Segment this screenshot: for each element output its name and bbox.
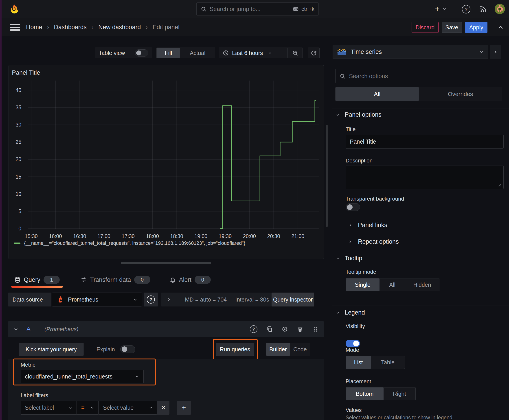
tab-alert[interactable]: Alert 0	[168, 276, 212, 284]
tooltip-title: Tooltip	[345, 255, 362, 262]
select-value-dropdown[interactable]: Select value	[99, 401, 157, 415]
search-placeholder: Search or jump to...	[210, 6, 292, 13]
vertical-scrollbar[interactable]	[326, 125, 328, 227]
tooltip-mode-all[interactable]: All	[380, 278, 405, 291]
add-filter-button[interactable]: +	[177, 401, 191, 415]
save-button[interactable]: Save	[442, 22, 462, 33]
tab-query[interactable]: Query 1	[11, 272, 63, 288]
svg-text:10: 10	[15, 191, 21, 197]
run-queries-button[interactable]: Run queries	[216, 343, 254, 356]
help-button[interactable]: ?	[462, 5, 471, 14]
drag-handle[interactable]	[313, 326, 319, 332]
discard-button[interactable]: Discard	[412, 22, 439, 33]
explain-toggle[interactable]	[120, 345, 135, 353]
description-textarea[interactable]	[346, 165, 504, 189]
global-search[interactable]: Search or jump to... ctrl+k	[196, 2, 319, 15]
tooltip-header[interactable]: Tooltip	[336, 255, 362, 262]
chevron-down-icon	[135, 374, 139, 379]
svg-text:18:30: 18:30	[170, 233, 183, 239]
chevron-right-icon[interactable]	[167, 297, 171, 302]
active-tab-indicator	[11, 286, 63, 288]
legend-visibility-toggle[interactable]	[346, 340, 360, 347]
panel-title-input[interactable]: Panel Title	[346, 135, 504, 149]
menu-toggle-button[interactable]	[10, 24, 20, 31]
options-pane-divider	[332, 36, 332, 420]
resize-drag-handle[interactable]	[121, 262, 211, 264]
legend-header[interactable]: Legend	[336, 309, 365, 316]
panel-links-header[interactable]: Panel links	[348, 222, 387, 229]
operator-dropdown[interactable]: =	[77, 401, 99, 415]
tab-overrides[interactable]: Overrides	[419, 87, 502, 101]
tooltip-mode-single[interactable]: Single	[346, 278, 380, 291]
query-help-button[interactable]: ?	[250, 325, 258, 333]
fill-option[interactable]: Fill	[157, 48, 180, 58]
query-inspector-button[interactable]: Query inspector	[272, 292, 314, 307]
table-view-control: Table view	[95, 48, 152, 58]
user-avatar[interactable]	[495, 4, 505, 14]
breadcrumb-dashboards[interactable]: Dashboards	[54, 24, 87, 31]
chevron-down-icon	[149, 406, 153, 410]
search-shortcut: ctrl+k	[301, 6, 314, 12]
legend-placement-right[interactable]: Right	[384, 388, 415, 400]
svg-text:20:30: 20:30	[267, 233, 280, 239]
clock-icon	[223, 50, 229, 56]
legend-mode-list[interactable]: List	[346, 356, 371, 369]
metric-label: Metric	[21, 362, 35, 368]
collapse-pane-button[interactable]	[490, 45, 501, 59]
chevron-down-icon	[336, 311, 340, 315]
builder-option[interactable]: Builder	[266, 343, 290, 356]
new-menu-button[interactable]: +	[435, 5, 447, 14]
legend-mode-label: Mode	[346, 347, 359, 353]
select-label-dropdown[interactable]: Select label	[21, 401, 77, 415]
database-icon	[14, 277, 21, 283]
zoom-out-icon	[292, 50, 298, 56]
metric-select[interactable]: cloudflared_tunnel_total_requests	[21, 370, 144, 383]
grafana-logo-icon[interactable]	[9, 3, 19, 15]
legend-mode-table[interactable]: Table	[371, 356, 405, 369]
options-search-input[interactable]: Search options	[335, 69, 502, 83]
chevron-down-icon[interactable]	[14, 327, 18, 332]
delete-query-button[interactable]	[297, 326, 303, 332]
select-value-placeholder: Select value	[103, 405, 134, 411]
chevron-down-icon	[268, 51, 272, 55]
chart-legend[interactable]: {__name__="cloudflared_tunnel_total_requ…	[14, 240, 245, 246]
actual-option[interactable]: Actual	[180, 48, 215, 58]
editor-tabs: Query 1 Transform data 0 Alert 0	[11, 272, 212, 288]
svg-text:21:00: 21:00	[291, 233, 304, 239]
svg-text:30: 30	[15, 122, 21, 128]
panel-options-header[interactable]: Panel options	[336, 111, 381, 118]
breadcrumb-new-dashboard[interactable]: New dashboard	[98, 24, 141, 31]
kick-start-query-button[interactable]: Kick start your query	[19, 343, 84, 356]
tab-all[interactable]: All	[335, 87, 419, 101]
repeat-options-header[interactable]: Repeat options	[348, 238, 399, 245]
transparent-bg-toggle[interactable]	[346, 203, 360, 211]
zoom-out-button[interactable]	[288, 48, 303, 58]
collapse-options-button[interactable]	[497, 24, 504, 31]
visualization-picker[interactable]: Time series	[333, 45, 488, 59]
breadcrumb-home[interactable]: Home	[26, 24, 42, 31]
breadcrumb: Home › Dashboards › New dashboard › Edit…	[26, 18, 180, 36]
duplicate-query-button[interactable]	[266, 326, 273, 332]
code-option[interactable]: Code	[290, 343, 310, 356]
breadcrumb-edit-panel: Edit panel	[153, 24, 180, 31]
apply-button[interactable]: Apply	[465, 22, 487, 33]
chart-panel: Panel Title 051015202530354015:3016:0016…	[8, 65, 324, 259]
transform-icon	[81, 277, 87, 283]
time-series-chart[interactable]: 051015202530354015:3016:0016:3017:0017:3…	[9, 74, 324, 241]
tab-transform-data[interactable]: Transform data 0	[79, 276, 152, 284]
time-range-button[interactable]: Last 6 hours	[219, 50, 288, 56]
svg-text:19:30: 19:30	[219, 233, 232, 239]
table-view-toggle[interactable]	[135, 49, 148, 57]
chevron-down-icon	[68, 406, 73, 410]
remove-filter-button[interactable]: ✕	[157, 401, 169, 415]
disable-query-button[interactable]	[282, 326, 288, 332]
tooltip-mode-hidden[interactable]: Hidden	[405, 278, 439, 291]
legend-placement-bottom[interactable]: Bottom	[346, 388, 384, 400]
news-rss-button[interactable]	[479, 5, 487, 13]
section-divider	[332, 109, 509, 109]
explain-control: Explain	[97, 343, 135, 356]
refresh-button[interactable]	[308, 48, 319, 58]
datasource-select[interactable]: Prometheus	[52, 292, 142, 307]
datasource-help-button[interactable]: ?	[144, 292, 158, 307]
query-row-header[interactable]: A (Prometheus) ?	[8, 321, 324, 337]
